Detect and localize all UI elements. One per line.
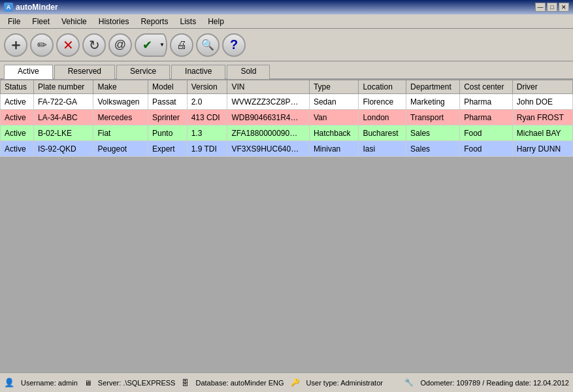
- cell-status: Active: [1, 141, 34, 157]
- minimize-button[interactable]: —: [535, 3, 546, 12]
- cell-type: Minivan: [309, 141, 359, 157]
- cell-make: Volkswagen: [93, 94, 148, 110]
- app-icon: A: [4, 3, 13, 12]
- cell-version: 413 CDI: [187, 110, 227, 125]
- cell-location: Iasi: [359, 141, 406, 157]
- cell-driver: John DOE: [512, 94, 572, 110]
- status-username: Username: admin: [21, 379, 78, 387]
- table-row[interactable]: Active LA-34-ABC Mercedes Sprinter 413 C…: [1, 110, 573, 125]
- edit-icon: ✏: [37, 38, 47, 52]
- tab-active[interactable]: Active: [4, 65, 53, 79]
- refresh-icon: ↻: [89, 37, 100, 53]
- check-icon: ✔: [142, 38, 152, 52]
- cell-vin: ZFA1880000090…: [227, 125, 309, 141]
- menu-vehicle[interactable]: Vehicle: [56, 16, 92, 27]
- status-server: Server: .\SQLEXPRESS: [98, 379, 176, 387]
- tab-inactive[interactable]: Inactive: [171, 65, 225, 79]
- col-department: Department: [406, 80, 460, 94]
- edit-button[interactable]: ✏: [30, 33, 54, 57]
- status-usertype: User type: Administrator: [306, 379, 383, 387]
- table-header-row: Status Plate number Make Model Version V…: [1, 80, 573, 94]
- table-row[interactable]: Active B-02-LKE Fiat Punto 1.3 ZFA188000…: [1, 125, 573, 141]
- status-db-icon: 🗄: [182, 379, 189, 387]
- chevron-down-icon: ▼: [159, 42, 165, 48]
- cell-cost-center: Food: [460, 141, 513, 157]
- cell-plate: FA-722-GA: [33, 94, 93, 110]
- check-split-button[interactable]: ✔ ▼: [135, 33, 167, 57]
- tab-service[interactable]: Service: [116, 65, 170, 79]
- status-odometer-icon: 🔧: [404, 378, 414, 387]
- check-button[interactable]: ✔: [135, 33, 158, 57]
- cell-department: Sales: [406, 125, 460, 141]
- table-row[interactable]: Active FA-722-GA Volkswagen Passat 2.0 W…: [1, 94, 573, 110]
- menu-help[interactable]: Help: [203, 16, 229, 27]
- add-button[interactable]: ＋: [4, 33, 27, 57]
- cell-type: Van: [309, 110, 359, 125]
- close-button[interactable]: ✕: [559, 3, 569, 12]
- col-plate: Plate number: [33, 80, 93, 94]
- app-title: autoMinder: [16, 3, 58, 12]
- cell-make: Peugeot: [93, 141, 148, 157]
- cell-plate: B-02-LKE: [33, 125, 93, 141]
- cell-vin: VF3XS9HUC640…: [227, 141, 309, 157]
- help-icon: ?: [230, 37, 238, 52]
- menu-bar: File Fleet Vehicle Histories Reports Lis…: [0, 14, 573, 29]
- cell-cost-center: Pharma: [460, 110, 513, 125]
- tab-sold[interactable]: Sold: [227, 65, 270, 79]
- delete-button[interactable]: ✕: [56, 33, 80, 57]
- email-button[interactable]: @: [108, 33, 132, 57]
- col-status: Status: [1, 80, 34, 94]
- cell-plate: LA-34-ABC: [33, 110, 93, 125]
- status-bar: 👤 Username: admin 🖥 Server: .\SQLEXPRESS…: [0, 372, 573, 392]
- status-user-icon: 👤: [4, 378, 14, 387]
- check-dropdown[interactable]: ▼: [158, 33, 167, 57]
- cell-vin: WDB9046631R4…: [227, 110, 309, 125]
- cell-status: Active: [1, 94, 34, 110]
- menu-lists[interactable]: Lists: [174, 16, 201, 27]
- menu-fleet[interactable]: Fleet: [27, 16, 55, 27]
- cell-cost-center: Pharma: [460, 94, 513, 110]
- cell-model: Expert: [148, 141, 187, 157]
- col-driver: Driver: [512, 80, 572, 94]
- print-button[interactable]: 🖨: [170, 33, 193, 57]
- delete-icon: ✕: [63, 37, 74, 53]
- toolbar: ＋ ✏ ✕ ↻ @ ✔ ▼ 🖨 🔍 ?: [0, 29, 573, 61]
- cell-department: Transport: [406, 110, 460, 125]
- cell-driver: Ryan FROST: [512, 110, 572, 125]
- refresh-button[interactable]: ↻: [82, 33, 106, 57]
- table-row[interactable]: Active IS-92-QKD Peugeot Expert 1.9 TDI …: [1, 141, 573, 157]
- cell-version: 2.0: [187, 94, 227, 110]
- cell-version: 1.9 TDI: [187, 141, 227, 157]
- cell-model: Sprinter: [148, 110, 187, 125]
- cell-driver: Michael BAY: [512, 125, 572, 141]
- cell-model: Passat: [148, 94, 187, 110]
- table-container: Status Plate number Make Model Version V…: [0, 80, 573, 372]
- menu-file[interactable]: File: [3, 16, 25, 27]
- status-usertype-icon: 🔑: [291, 378, 300, 387]
- col-version: Version: [187, 80, 227, 94]
- col-vin: VIN: [227, 80, 309, 94]
- cell-status: Active: [1, 125, 34, 141]
- cell-plate: IS-92-QKD: [33, 141, 93, 157]
- cell-type: Sedan: [309, 94, 359, 110]
- title-bar: A autoMinder — □ ✕: [0, 0, 573, 14]
- cell-department: Sales: [406, 141, 460, 157]
- cell-model: Punto: [148, 125, 187, 141]
- cell-make: Fiat: [93, 125, 148, 141]
- cell-version: 1.3: [187, 125, 227, 141]
- cell-status: Active: [1, 110, 34, 125]
- print-icon: 🖨: [176, 39, 187, 51]
- maximize-button[interactable]: □: [547, 3, 557, 12]
- menu-reports[interactable]: Reports: [135, 16, 173, 27]
- vehicles-table: Status Plate number Make Model Version V…: [0, 80, 573, 157]
- email-icon: @: [114, 38, 126, 52]
- menu-histories[interactable]: Histories: [93, 16, 135, 27]
- cell-department: Marketing: [406, 94, 460, 110]
- search-button[interactable]: 🔍: [196, 33, 220, 57]
- cell-location: London: [359, 110, 406, 125]
- tabs-bar: Active Reserved Service Inactive Sold: [0, 61, 573, 80]
- tab-reserved[interactable]: Reserved: [54, 65, 115, 79]
- cell-type: Hatchback: [309, 125, 359, 141]
- status-odometer: Odometer: 109789 / Reading date: 12.04.2…: [420, 379, 569, 387]
- help-button[interactable]: ?: [222, 33, 246, 57]
